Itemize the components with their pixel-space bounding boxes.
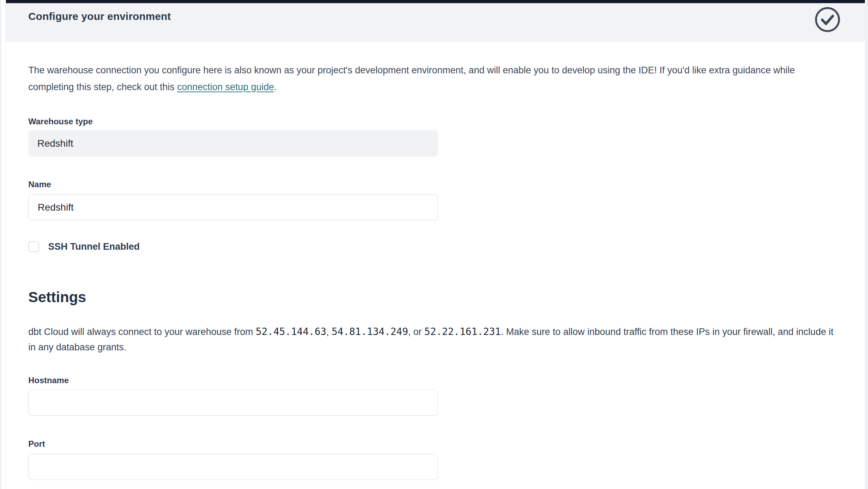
port-input[interactable] (28, 454, 438, 480)
name-input[interactable] (28, 194, 438, 220)
connection-setup-guide-link[interactable]: connection setup guide (177, 82, 274, 92)
ip-sep-2: , or (408, 327, 425, 337)
name-label: Name (28, 179, 843, 190)
ip-address-1: 52.45.144.63 (256, 326, 326, 337)
left-gutter (0, 0, 1, 489)
top-accent-bar (6, 0, 865, 3)
page-title: Configure your environment (28, 9, 171, 24)
ssh-tunnel-checkbox[interactable] (28, 241, 39, 252)
warehouse-type-input: Redshift (28, 130, 438, 157)
hostname-label: Hostname (28, 375, 843, 386)
ip-address-3: 52.22.161.231 (424, 326, 501, 337)
header: Configure your environment (6, 3, 865, 42)
hostname-input[interactable] (28, 390, 438, 416)
ip-address-2: 54.81.134.249 (332, 326, 408, 337)
page: Configure your environment The warehouse… (0, 0, 868, 489)
step-complete-indicator (814, 6, 841, 33)
content: The warehouse connection you configure h… (6, 62, 865, 480)
ssh-tunnel-label: SSH Tunnel Enabled (48, 241, 140, 252)
intro-before-link: The warehouse connection you configure h… (28, 65, 795, 92)
ip-sep-1: , (326, 327, 332, 337)
check-circle-icon (814, 6, 841, 33)
intro-text: The warehouse connection you configure h… (28, 62, 842, 95)
ssh-tunnel-row: SSH Tunnel Enabled (28, 241, 843, 252)
settings-heading: Settings (28, 289, 843, 306)
ip-notice-before: dbt Cloud will always connect to your wa… (28, 327, 256, 337)
warehouse-type-label: Warehouse type (28, 116, 843, 127)
intro-after-link: . (274, 82, 277, 92)
ip-notice: dbt Cloud will always connect to your wa… (28, 324, 843, 355)
main-panel: Configure your environment The warehouse… (6, 0, 865, 489)
right-gutter (865, 0, 868, 489)
port-label: Port (28, 439, 843, 449)
